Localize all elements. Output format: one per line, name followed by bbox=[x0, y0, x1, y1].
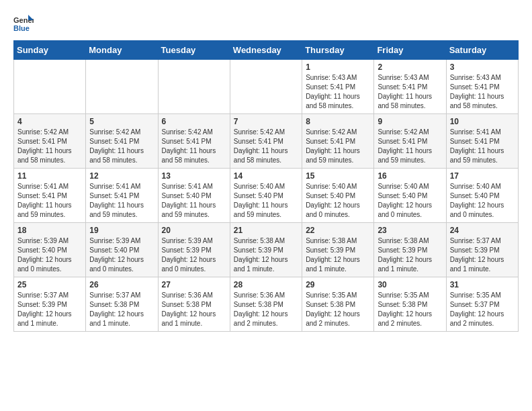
day-number: 18 bbox=[17, 226, 82, 235]
page-header: GeneralBlue bbox=[13, 13, 519, 34]
day-number: 16 bbox=[378, 171, 442, 181]
day-info: Sunrise: 5:42 AM Sunset: 5:41 PM Dayligh… bbox=[306, 128, 370, 165]
weekday-header-monday: Monday bbox=[86, 41, 158, 60]
day-number: 21 bbox=[234, 226, 298, 235]
day-number: 9 bbox=[378, 117, 442, 126]
logo: GeneralBlue bbox=[13, 13, 34, 34]
day-info: Sunrise: 5:43 AM Sunset: 5:41 PM Dayligh… bbox=[378, 73, 442, 111]
day-info: Sunrise: 5:42 AM Sunset: 5:41 PM Dayligh… bbox=[162, 128, 226, 165]
calendar-cell: 16Sunrise: 5:40 AM Sunset: 5:40 PM Dayli… bbox=[374, 169, 446, 223]
day-number: 25 bbox=[17, 280, 82, 289]
day-number: 7 bbox=[234, 117, 298, 126]
calendar-cell: 7Sunrise: 5:42 AM Sunset: 5:41 PM Daylig… bbox=[230, 114, 302, 169]
calendar-cell: 21Sunrise: 5:38 AM Sunset: 5:39 PM Dayli… bbox=[230, 223, 302, 277]
day-info: Sunrise: 5:41 AM Sunset: 5:41 PM Dayligh… bbox=[450, 128, 515, 165]
day-number: 19 bbox=[89, 226, 154, 235]
calendar-cell: 5Sunrise: 5:42 AM Sunset: 5:41 PM Daylig… bbox=[86, 114, 158, 169]
day-number: 8 bbox=[306, 117, 370, 126]
day-number: 20 bbox=[162, 226, 226, 235]
day-info: Sunrise: 5:35 AM Sunset: 5:38 PM Dayligh… bbox=[306, 291, 370, 328]
calendar-cell: 31Sunrise: 5:35 AM Sunset: 5:37 PM Dayli… bbox=[446, 277, 518, 332]
day-info: Sunrise: 5:42 AM Sunset: 5:41 PM Dayligh… bbox=[378, 128, 442, 165]
day-info: Sunrise: 5:42 AM Sunset: 5:41 PM Dayligh… bbox=[89, 128, 154, 165]
calendar-cell: 11Sunrise: 5:41 AM Sunset: 5:41 PM Dayli… bbox=[14, 169, 86, 223]
calendar-cell: 8Sunrise: 5:42 AM Sunset: 5:41 PM Daylig… bbox=[302, 114, 374, 169]
day-number: 28 bbox=[234, 280, 298, 289]
day-number: 5 bbox=[89, 117, 154, 126]
calendar-cell bbox=[14, 60, 86, 114]
day-info: Sunrise: 5:39 AM Sunset: 5:40 PM Dayligh… bbox=[17, 236, 82, 274]
calendar-cell bbox=[86, 60, 158, 114]
day-info: Sunrise: 5:35 AM Sunset: 5:37 PM Dayligh… bbox=[450, 291, 515, 328]
calendar-cell: 27Sunrise: 5:36 AM Sunset: 5:38 PM Dayli… bbox=[158, 277, 230, 332]
calendar-cell: 15Sunrise: 5:40 AM Sunset: 5:40 PM Dayli… bbox=[302, 169, 374, 223]
day-info: Sunrise: 5:37 AM Sunset: 5:39 PM Dayligh… bbox=[17, 291, 82, 328]
day-info: Sunrise: 5:42 AM Sunset: 5:41 PM Dayligh… bbox=[234, 128, 298, 165]
day-number: 4 bbox=[17, 117, 82, 126]
day-number: 3 bbox=[450, 62, 515, 72]
calendar-cell: 24Sunrise: 5:37 AM Sunset: 5:39 PM Dayli… bbox=[446, 223, 518, 277]
weekday-header-thursday: Thursday bbox=[302, 41, 374, 60]
calendar-cell: 12Sunrise: 5:41 AM Sunset: 5:41 PM Dayli… bbox=[86, 169, 158, 223]
day-number: 6 bbox=[162, 117, 226, 126]
day-info: Sunrise: 5:37 AM Sunset: 5:39 PM Dayligh… bbox=[450, 236, 515, 274]
day-info: Sunrise: 5:40 AM Sunset: 5:40 PM Dayligh… bbox=[234, 182, 298, 220]
day-info: Sunrise: 5:43 AM Sunset: 5:41 PM Dayligh… bbox=[306, 73, 370, 111]
calendar-cell: 2Sunrise: 5:43 AM Sunset: 5:41 PM Daylig… bbox=[374, 60, 446, 114]
weekday-header-saturday: Saturday bbox=[446, 41, 518, 60]
day-number: 17 bbox=[450, 171, 515, 181]
calendar-week-row: 25Sunrise: 5:37 AM Sunset: 5:39 PM Dayli… bbox=[14, 277, 519, 332]
day-info: Sunrise: 5:39 AM Sunset: 5:40 PM Dayligh… bbox=[89, 236, 154, 274]
calendar-cell: 18Sunrise: 5:39 AM Sunset: 5:40 PM Dayli… bbox=[14, 223, 86, 277]
day-info: Sunrise: 5:36 AM Sunset: 5:38 PM Dayligh… bbox=[162, 291, 226, 328]
calendar-cell: 3Sunrise: 5:43 AM Sunset: 5:41 PM Daylig… bbox=[446, 60, 518, 114]
calendar-cell: 28Sunrise: 5:36 AM Sunset: 5:38 PM Dayli… bbox=[230, 277, 302, 332]
day-info: Sunrise: 5:40 AM Sunset: 5:40 PM Dayligh… bbox=[450, 182, 515, 220]
day-number: 12 bbox=[89, 171, 154, 181]
day-number: 22 bbox=[306, 226, 370, 235]
day-info: Sunrise: 5:43 AM Sunset: 5:41 PM Dayligh… bbox=[450, 73, 515, 111]
calendar-cell: 13Sunrise: 5:41 AM Sunset: 5:40 PM Dayli… bbox=[158, 169, 230, 223]
day-number: 30 bbox=[378, 280, 442, 289]
calendar-cell: 20Sunrise: 5:39 AM Sunset: 5:39 PM Dayli… bbox=[158, 223, 230, 277]
day-info: Sunrise: 5:40 AM Sunset: 5:40 PM Dayligh… bbox=[306, 182, 370, 220]
calendar-week-row: 18Sunrise: 5:39 AM Sunset: 5:40 PM Dayli… bbox=[14, 223, 519, 277]
calendar-cell: 9Sunrise: 5:42 AM Sunset: 5:41 PM Daylig… bbox=[374, 114, 446, 169]
day-info: Sunrise: 5:41 AM Sunset: 5:41 PM Dayligh… bbox=[17, 182, 82, 220]
calendar-cell: 14Sunrise: 5:40 AM Sunset: 5:40 PM Dayli… bbox=[230, 169, 302, 223]
calendar-cell: 25Sunrise: 5:37 AM Sunset: 5:39 PM Dayli… bbox=[14, 277, 86, 332]
calendar-cell: 6Sunrise: 5:42 AM Sunset: 5:41 PM Daylig… bbox=[158, 114, 230, 169]
calendar-cell: 29Sunrise: 5:35 AM Sunset: 5:38 PM Dayli… bbox=[302, 277, 374, 332]
day-number: 13 bbox=[162, 171, 226, 181]
calendar-week-row: 1Sunrise: 5:43 AM Sunset: 5:41 PM Daylig… bbox=[14, 60, 519, 114]
day-info: Sunrise: 5:36 AM Sunset: 5:38 PM Dayligh… bbox=[234, 291, 298, 328]
calendar-cell: 23Sunrise: 5:38 AM Sunset: 5:39 PM Dayli… bbox=[374, 223, 446, 277]
calendar-cell: 10Sunrise: 5:41 AM Sunset: 5:41 PM Dayli… bbox=[446, 114, 518, 169]
calendar-table: SundayMondayTuesdayWednesdayThursdayFrid… bbox=[13, 40, 519, 332]
day-info: Sunrise: 5:38 AM Sunset: 5:39 PM Dayligh… bbox=[378, 236, 442, 274]
day-info: Sunrise: 5:38 AM Sunset: 5:39 PM Dayligh… bbox=[306, 236, 370, 274]
logo-icon: GeneralBlue bbox=[13, 13, 34, 34]
day-info: Sunrise: 5:40 AM Sunset: 5:40 PM Dayligh… bbox=[378, 182, 442, 220]
calendar-cell: 17Sunrise: 5:40 AM Sunset: 5:40 PM Dayli… bbox=[446, 169, 518, 223]
day-number: 24 bbox=[450, 226, 515, 235]
day-info: Sunrise: 5:42 AM Sunset: 5:41 PM Dayligh… bbox=[17, 128, 82, 165]
calendar-week-row: 4Sunrise: 5:42 AM Sunset: 5:41 PM Daylig… bbox=[14, 114, 519, 169]
day-number: 27 bbox=[162, 280, 226, 289]
calendar-cell: 1Sunrise: 5:43 AM Sunset: 5:41 PM Daylig… bbox=[302, 60, 374, 114]
svg-text:Blue: Blue bbox=[13, 24, 30, 32]
day-info: Sunrise: 5:37 AM Sunset: 5:38 PM Dayligh… bbox=[89, 291, 154, 328]
day-number: 23 bbox=[378, 226, 442, 235]
weekday-header-tuesday: Tuesday bbox=[158, 41, 230, 60]
weekday-header-friday: Friday bbox=[374, 41, 446, 60]
calendar-cell: 22Sunrise: 5:38 AM Sunset: 5:39 PM Dayli… bbox=[302, 223, 374, 277]
day-number: 10 bbox=[450, 117, 515, 126]
calendar-cell: 26Sunrise: 5:37 AM Sunset: 5:38 PM Dayli… bbox=[86, 277, 158, 332]
calendar-cell bbox=[230, 60, 302, 114]
calendar-cell bbox=[158, 60, 230, 114]
day-number: 29 bbox=[306, 280, 370, 289]
calendar-week-row: 11Sunrise: 5:41 AM Sunset: 5:41 PM Dayli… bbox=[14, 169, 519, 223]
weekday-header-wednesday: Wednesday bbox=[230, 41, 302, 60]
calendar-cell: 30Sunrise: 5:35 AM Sunset: 5:38 PM Dayli… bbox=[374, 277, 446, 332]
day-info: Sunrise: 5:41 AM Sunset: 5:41 PM Dayligh… bbox=[89, 182, 154, 220]
